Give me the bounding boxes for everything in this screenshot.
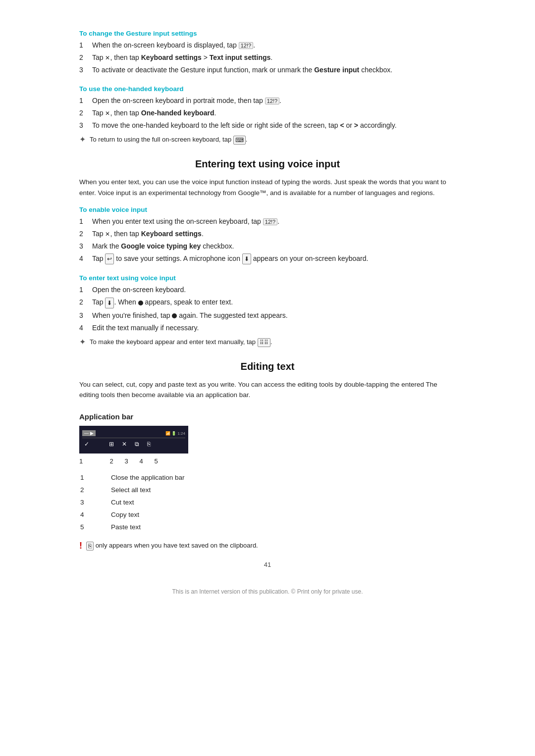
bar-num-3: 3	[119, 457, 134, 465]
enter-voice-step-3: 3 When you're finished, tap again. The s…	[79, 310, 456, 321]
keyboard-icon-1: 12!?	[239, 42, 253, 49]
one-handed-tip: ✦ To return to using the full on-screen …	[79, 136, 456, 145]
grid-icon: ⊞	[109, 441, 114, 448]
keyboard-icon-3: 12!?	[263, 218, 277, 225]
tip-star-icon: ✦	[79, 135, 86, 144]
app-bar-top-left: — ▶	[82, 430, 96, 436]
entering-text-heading: Entering text using voice input	[79, 158, 456, 170]
gesture-step-1: 1 When the on-screen keyboard is display…	[79, 40, 456, 50]
enable-voice-step-4: 4 Tap ↩ to save your settings. A microph…	[79, 253, 456, 264]
enable-voice-section: To enable voice input 1 When you enter t…	[79, 206, 456, 264]
desc-row-1: 1 Close the application bar	[80, 472, 455, 483]
enter-voice-step-2: 2 Tap ⬇. When appears, speak to enter te…	[79, 297, 456, 308]
one-handed-steps: 1 Open the on-screen keyboard in portrai…	[79, 96, 456, 131]
enter-voice-step-1: 1 Open the on-screen keyboard.	[79, 285, 456, 295]
one-handed-step-1: 1 Open the on-screen keyboard in portrai…	[79, 96, 456, 106]
circle-icon-2	[172, 313, 177, 318]
enable-voice-steps: 1 When you enter text using the on-scree…	[79, 216, 456, 264]
editing-text-heading: Editing text	[79, 361, 456, 372]
desc-num-3: 3	[80, 497, 110, 508]
desc-num-4: 4	[80, 509, 110, 520]
desc-text-5: Paste text	[111, 521, 455, 533]
enter-voice-step-4: 4 Edit the text manually if necessary.	[79, 323, 456, 333]
one-handed-section: To use the one-handed keyboard 1 Open th…	[79, 85, 456, 145]
editing-text-body: You can select, cut, copy and paste text…	[79, 379, 456, 401]
mic-icon-2: ⬇	[105, 298, 114, 308]
tip-star-icon-2: ✦	[79, 337, 86, 347]
check-icon: ✓	[84, 441, 89, 448]
enter-voice-heading: To enter text using voice input	[79, 274, 456, 282]
desc-row-5: 5 Paste text	[80, 521, 455, 533]
paste-icon: ⎘	[147, 441, 151, 448]
circle-icon-1	[138, 301, 143, 305]
bar-num-5: 5	[149, 457, 163, 465]
settings-icon-3: ✕	[105, 231, 110, 238]
x-icon: ✕	[122, 441, 127, 448]
desc-text-3: Cut text	[111, 497, 455, 508]
keyboard-icon-2: 12!?	[265, 98, 279, 104]
settings-icon-2: ✕	[105, 110, 110, 117]
exclamation-icon: !	[79, 541, 82, 551]
enable-voice-step-2: 2 Tap ✕, then tap Keyboard settings.	[79, 229, 456, 239]
gesture-step-3: 3 To activate or deactivate the Gesture …	[79, 65, 456, 75]
keyboard-return-icon: ⌨	[233, 136, 246, 145]
one-handed-heading: To use the one-handed keyboard	[79, 85, 456, 93]
one-handed-step-3: 3 To move the one-handed keyboard to the…	[79, 120, 456, 131]
enable-voice-step-1: 1 When you enter text using the on-scree…	[79, 216, 456, 227]
mic-icon-1: ⬇	[242, 253, 251, 264]
footer-copyright: This is an Internet version of this publ…	[79, 588, 456, 595]
entering-text-body: When you enter text, you can use the voi…	[79, 177, 456, 198]
bar-num-2: 2	[104, 457, 119, 465]
entering-text-section: Entering text using voice input When you…	[79, 158, 456, 198]
gesture-section: To change the Gesture input settings 1 W…	[79, 30, 456, 75]
enter-voice-tip: ✦ To make the keyboard appear and enter …	[79, 338, 456, 347]
desc-num-1: 1	[80, 472, 110, 483]
bar-num-1: 1	[79, 457, 89, 465]
desc-num-5: 5	[80, 521, 110, 533]
app-bar-image: — ▶ 📶 🔋 1:24 ✓ ⊞ ✕ ⧉ ⎘	[79, 426, 188, 454]
enable-voice-step-3: 3 Mark the Google voice typing key check…	[79, 241, 456, 252]
or-text: or	[346, 121, 352, 129]
app-bar-subheading: Application bar	[79, 412, 456, 421]
one-handed-step-2: 2 Tap ✕, then tap One-handed keyboard.	[79, 108, 456, 118]
enable-voice-heading: To enable voice input	[79, 206, 456, 213]
desc-text-2: Select all text	[111, 484, 455, 496]
page-number: 41	[79, 561, 456, 568]
desc-num-2: 2	[80, 484, 110, 496]
back-arrow-icon: ↩	[105, 253, 114, 264]
settings-icon-1: ✕	[105, 54, 110, 61]
editing-text-section: Editing text You can select, cut, copy a…	[79, 361, 456, 401]
keyboard-grid-icon: ⠿⠿	[258, 338, 270, 347]
clipboard-icon: ⎘	[86, 542, 94, 551]
app-bar-section: Application bar — ▶ 📶 🔋 1:24 ✓ ⊞ ✕ ⧉ ⎘ 1…	[79, 412, 456, 551]
app-bar-numbers: 1 2 3 4 5	[79, 457, 456, 465]
bar-num-4: 4	[134, 457, 149, 465]
desc-text-4: Copy text	[111, 509, 455, 520]
enter-voice-section: To enter text using voice input 1 Open t…	[79, 274, 456, 347]
gesture-heading: To change the Gesture input settings	[79, 30, 456, 37]
app-bar-desc-table: 1 Close the application bar 2 Select all…	[79, 471, 456, 534]
desc-row-2: 2 Select all text	[80, 484, 455, 496]
desc-text-1: Close the application bar	[111, 472, 455, 483]
copy-icon: ⧉	[135, 441, 139, 448]
desc-row-3: 3 Cut text	[80, 497, 455, 508]
app-bar-status: 📶 🔋 1:24	[165, 431, 185, 436]
gesture-steps: 1 When the on-screen keyboard is display…	[79, 40, 456, 75]
enter-voice-steps: 1 Open the on-screen keyboard. 2 Tap ⬇. …	[79, 285, 456, 333]
gesture-step-2: 2 Tap ✕, then tap Keyboard settings > Te…	[79, 52, 456, 63]
clipboard-note: ! ⎘ only appears when you have text save…	[79, 542, 456, 551]
desc-row-4: 4 Copy text	[80, 509, 455, 520]
